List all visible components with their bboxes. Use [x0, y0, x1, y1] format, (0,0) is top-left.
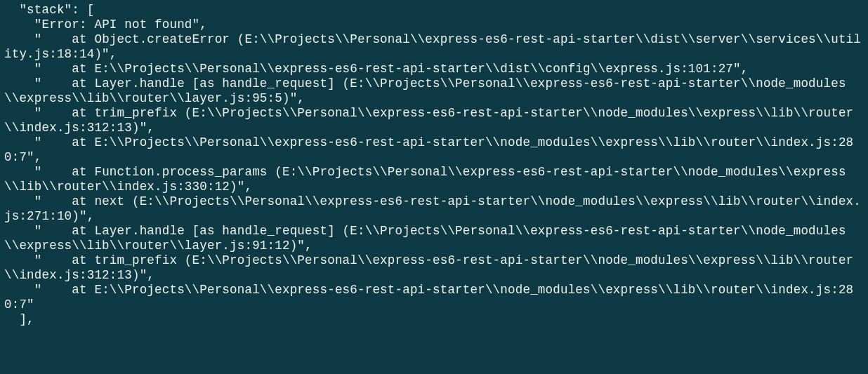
stack-line: " at E:\\Projects\\Personal\\express-es6… — [4, 135, 853, 164]
json-array-close: ], — [4, 312, 34, 326]
json-key-line: "stack": [ — [4, 3, 94, 17]
stack-line: " at trim_prefix (E:\\Projects\\Personal… — [4, 253, 853, 282]
stack-line: " at E:\\Projects\\Personal\\express-es6… — [4, 62, 748, 76]
stack-line: " at trim_prefix (E:\\Projects\\Personal… — [4, 106, 853, 135]
stack-line: " at E:\\Projects\\Personal\\express-es6… — [4, 283, 853, 312]
stack-line: " at Object.createError (E:\\Projects\\P… — [4, 32, 861, 61]
stack-trace-block: "stack": [ "Error: API not found", " at … — [0, 0, 868, 330]
stack-line: "Error: API not found", — [4, 18, 207, 32]
stack-lines: "Error: API not found", " at Object.crea… — [4, 18, 861, 312]
stack-line: " at Layer.handle [as handle_request] (E… — [4, 76, 846, 105]
stack-line: " at next (E:\\Projects\\Personal\\expre… — [4, 194, 861, 223]
stack-line: " at Layer.handle [as handle_request] (E… — [4, 224, 846, 253]
stack-line: " at Function.process_params (E:\\Projec… — [4, 165, 846, 194]
